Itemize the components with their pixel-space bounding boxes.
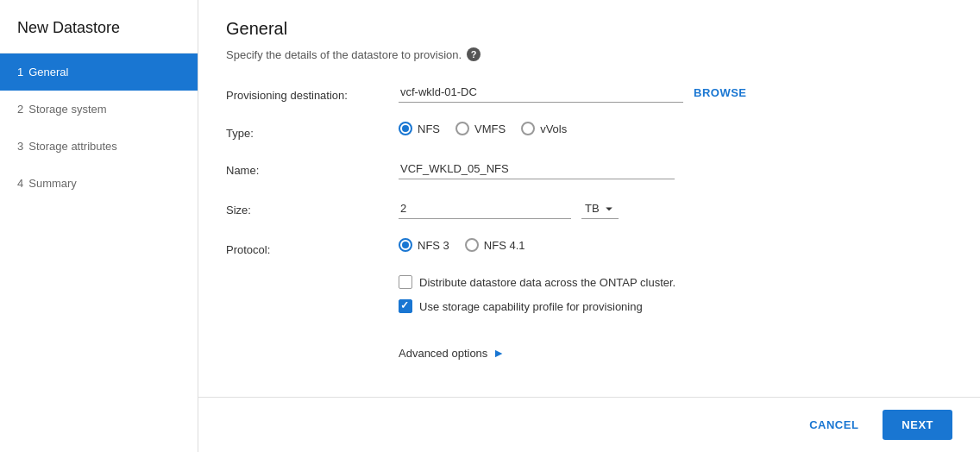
sidebar-step-3: 3 [17, 140, 23, 153]
type-vmfs-text: VMFS [474, 122, 506, 135]
distribute-checkbox-row: Distribute datastore data across the ONT… [399, 275, 675, 289]
page-title: General [226, 19, 952, 39]
storage-capability-label[interactable]: Use storage capability profile for provi… [419, 300, 643, 313]
name-label: Name: [226, 159, 399, 177]
sidebar: New Datastore 1 General 2 Storage system… [0, 0, 198, 452]
advanced-options-spacer [226, 342, 399, 348]
name-control [399, 159, 952, 179]
distribute-checkbox[interactable] [399, 275, 412, 289]
protocol-nfs3-text: NFS 3 [418, 239, 449, 252]
storage-capability-checkbox[interactable] [399, 299, 412, 313]
sidebar-step-4: 4 [17, 177, 23, 190]
distribute-label[interactable]: Distribute datastore data across the ONT… [419, 276, 675, 289]
browse-link[interactable]: BROWSE [694, 86, 747, 99]
sidebar-label-storage-system: Storage system [28, 103, 106, 116]
protocol-row: Protocol: NFS 3 NFS 4.1 [226, 238, 952, 256]
name-row: Name: [226, 159, 952, 179]
type-row: Type: NFS VMFS vVols [226, 122, 952, 140]
size-row: Size: TB GB [226, 198, 952, 219]
provisioning-input-wrap: BROWSE [399, 82, 952, 103]
type-nfs-radio[interactable] [399, 122, 412, 135]
type-vmfs-label[interactable]: VMFS [455, 122, 506, 135]
protocol-nfs41-label[interactable]: NFS 4.1 [465, 238, 525, 252]
sidebar-label-storage-attributes: Storage attributes [28, 140, 117, 153]
sidebar-label-summary: Summary [28, 177, 77, 190]
subtitle-text: Specify the details of the datastore to … [226, 48, 462, 61]
help-icon[interactable]: ? [467, 47, 481, 61]
sidebar-item-storage-attributes[interactable]: 3 Storage attributes [0, 128, 198, 165]
sidebar-item-summary[interactable]: 4 Summary [0, 165, 198, 202]
type-vvols-text: vVols [540, 122, 567, 135]
page-subtitle: Specify the details of the datastore to … [226, 47, 952, 61]
type-label: Type: [226, 122, 399, 140]
advanced-options-label: Advanced options [399, 347, 487, 360]
provisioning-destination-input[interactable] [399, 82, 683, 103]
next-button[interactable]: NEXT [883, 410, 952, 440]
storage-capability-checkbox-row: Use storage capability profile for provi… [399, 299, 643, 313]
sidebar-title: New Datastore [0, 0, 198, 53]
main-header: General Specify the details of the datas… [198, 0, 980, 82]
size-input[interactable] [399, 198, 571, 219]
provisioning-destination-label: Provisioning destination: [226, 84, 399, 102]
size-control: TB GB [399, 198, 952, 219]
cancel-button[interactable]: CANCEL [795, 411, 872, 438]
type-radio-group: NFS VMFS vVols [399, 122, 952, 135]
advanced-options-control: Advanced options ► [399, 342, 952, 363]
protocol-nfs41-text: NFS 4.1 [484, 239, 525, 252]
advanced-options-row: Advanced options ► [226, 342, 952, 363]
checkboxes-row: Distribute datastore data across the ONT… [399, 275, 952, 323]
sidebar-step-1: 1 [17, 66, 23, 78]
protocol-radio-group: NFS 3 NFS 4.1 [399, 238, 952, 252]
sidebar-step-2: 2 [17, 103, 23, 116]
provisioning-destination-row: Provisioning destination: BROWSE [226, 82, 952, 103]
protocol-label: Protocol: [226, 238, 399, 256]
form-area: Provisioning destination: BROWSE Type: N… [198, 82, 980, 397]
type-vvols-label[interactable]: vVols [521, 122, 567, 135]
size-label: Size: [226, 198, 399, 217]
type-vmfs-radio[interactable] [455, 122, 469, 135]
sidebar-label-general: General [28, 66, 68, 78]
type-nfs-text: NFS [418, 122, 440, 135]
type-vvols-radio[interactable] [521, 122, 535, 135]
type-nfs-label[interactable]: NFS [399, 122, 440, 135]
protocol-nfs3-label[interactable]: NFS 3 [399, 238, 449, 252]
protocol-nfs3-radio[interactable] [399, 238, 412, 252]
size-unit-select[interactable]: TB GB [581, 198, 619, 219]
name-input[interactable] [399, 159, 675, 179]
advanced-options-toggle[interactable]: Advanced options ► [399, 342, 505, 363]
main-content: General Specify the details of the datas… [198, 0, 980, 452]
protocol-nfs41-radio[interactable] [465, 238, 479, 252]
footer: CANCEL NEXT [198, 397, 980, 452]
chevron-right-icon: ► [493, 346, 505, 360]
sidebar-item-storage-system[interactable]: 2 Storage system [0, 91, 198, 128]
sidebar-item-general[interactable]: 1 General [0, 53, 198, 91]
